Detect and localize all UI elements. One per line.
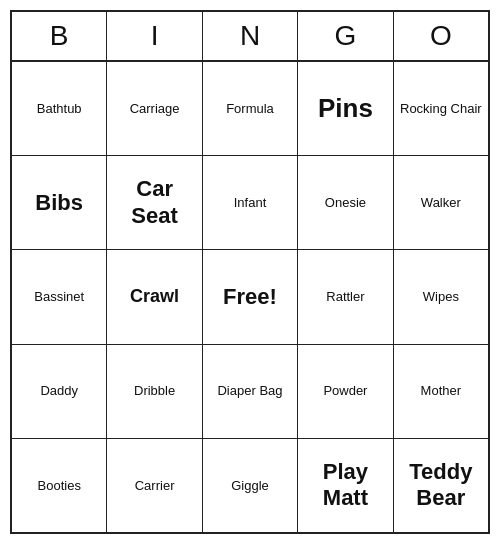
cell-2-1: Crawl	[107, 250, 202, 343]
grid-row-4: BootiesCarrierGigglePlay MattTeddy Bear	[12, 439, 488, 532]
cell-text-3-0: Daddy	[40, 383, 78, 399]
cell-2-0: Bassinet	[12, 250, 107, 343]
cell-text-2-0: Bassinet	[34, 289, 84, 305]
cell-text-2-2: Free!	[223, 284, 277, 310]
cell-4-3: Play Matt	[298, 439, 393, 532]
cell-text-3-4: Mother	[421, 383, 461, 399]
header-cell-B: B	[12, 12, 107, 60]
cell-2-4: Wipes	[394, 250, 488, 343]
cell-0-3: Pins	[298, 62, 393, 155]
cell-text-1-2: Infant	[234, 195, 267, 211]
cell-4-0: Booties	[12, 439, 107, 532]
cell-1-4: Walker	[394, 156, 488, 249]
cell-text-0-4: Rocking Chair	[400, 101, 482, 117]
header-cell-N: N	[203, 12, 298, 60]
cell-text-4-4: Teddy Bear	[398, 459, 484, 512]
cell-4-1: Carrier	[107, 439, 202, 532]
header-row: BINGO	[12, 12, 488, 62]
bingo-card: BINGO BathtubCarriageFormulaPinsRocking …	[10, 10, 490, 534]
cell-3-1: Dribble	[107, 345, 202, 438]
header-cell-I: I	[107, 12, 202, 60]
cell-text-0-1: Carriage	[130, 101, 180, 117]
cell-1-0: Bibs	[12, 156, 107, 249]
cell-3-4: Mother	[394, 345, 488, 438]
cell-3-0: Daddy	[12, 345, 107, 438]
cell-text-3-3: Powder	[323, 383, 367, 399]
cell-1-1: Car Seat	[107, 156, 202, 249]
cell-1-2: Infant	[203, 156, 298, 249]
cell-0-0: Bathtub	[12, 62, 107, 155]
cell-0-4: Rocking Chair	[394, 62, 488, 155]
cell-1-3: Onesie	[298, 156, 393, 249]
cell-2-3: Rattler	[298, 250, 393, 343]
cell-text-4-3: Play Matt	[302, 459, 388, 512]
cell-text-0-3: Pins	[318, 93, 373, 124]
cell-text-0-0: Bathtub	[37, 101, 82, 117]
grid-row-2: BassinetCrawlFree!RattlerWipes	[12, 250, 488, 344]
cell-text-1-3: Onesie	[325, 195, 366, 211]
grid-row-3: DaddyDribbleDiaper BagPowderMother	[12, 345, 488, 439]
header-cell-G: G	[298, 12, 393, 60]
cell-0-1: Carriage	[107, 62, 202, 155]
cell-text-4-2: Giggle	[231, 478, 269, 494]
cell-text-4-1: Carrier	[135, 478, 175, 494]
cell-text-2-1: Crawl	[130, 286, 179, 308]
cell-text-0-2: Formula	[226, 101, 274, 117]
cell-3-3: Powder	[298, 345, 393, 438]
bingo-grid: BathtubCarriageFormulaPinsRocking ChairB…	[12, 62, 488, 532]
cell-text-2-3: Rattler	[326, 289, 364, 305]
cell-text-2-4: Wipes	[423, 289, 459, 305]
cell-4-2: Giggle	[203, 439, 298, 532]
cell-2-2: Free!	[203, 250, 298, 343]
cell-3-2: Diaper Bag	[203, 345, 298, 438]
cell-4-4: Teddy Bear	[394, 439, 488, 532]
cell-0-2: Formula	[203, 62, 298, 155]
cell-text-3-1: Dribble	[134, 383, 175, 399]
cell-text-1-4: Walker	[421, 195, 461, 211]
cell-text-4-0: Booties	[38, 478, 81, 494]
header-cell-O: O	[394, 12, 488, 60]
grid-row-0: BathtubCarriageFormulaPinsRocking Chair	[12, 62, 488, 156]
cell-text-3-2: Diaper Bag	[217, 383, 282, 399]
grid-row-1: BibsCar SeatInfantOnesieWalker	[12, 156, 488, 250]
cell-text-1-0: Bibs	[35, 190, 83, 216]
cell-text-1-1: Car Seat	[111, 176, 197, 229]
